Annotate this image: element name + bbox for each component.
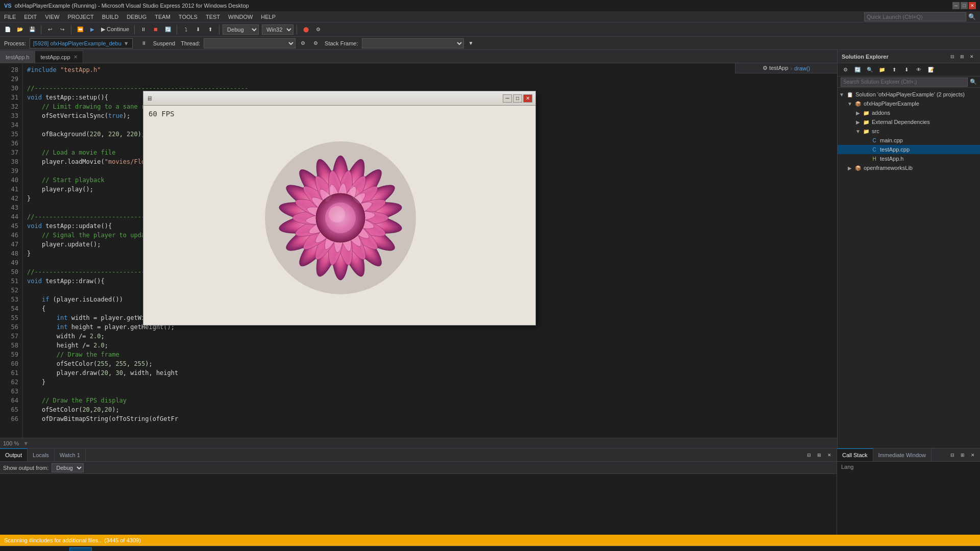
- menu-window[interactable]: WINDOW: [224, 11, 257, 22]
- src-icon: 📁: [862, 127, 870, 135]
- popup-close-btn[interactable]: ✕: [523, 94, 532, 103]
- bottom-dock-btn[interactable]: ⊞: [815, 452, 823, 459]
- taskbar-firefox[interactable]: [47, 547, 69, 552]
- menu-view[interactable]: VIEW: [41, 11, 63, 22]
- tab-testapp-cpp-close[interactable]: ✕: [74, 54, 78, 60]
- toolbar-undo[interactable]: ↩: [44, 24, 56, 35]
- taskbar-vs[interactable]: VS: [69, 547, 92, 552]
- menu-file[interactable]: FILE: [0, 11, 20, 22]
- taskbar-git[interactable]: G: [92, 547, 114, 552]
- toolbar-pause[interactable]: ⏸: [138, 24, 149, 35]
- bottom-float-btn[interactable]: ⊟: [805, 452, 813, 459]
- popup-max-btn[interactable]: □: [513, 94, 522, 103]
- tab-testapp-h[interactable]: testApp.h: [0, 51, 35, 63]
- toolbar-restart[interactable]: 🔄: [162, 24, 174, 35]
- tab-call-stack[interactable]: Call Stack: [837, 448, 873, 461]
- toolbar-step-out[interactable]: ⬆: [205, 24, 216, 35]
- tree-project-label: ofxHapPlayerExample: [864, 101, 919, 107]
- se-search-input[interactable]: [841, 78, 968, 87]
- menu-build[interactable]: BUILD: [98, 11, 122, 22]
- toolbar-redo[interactable]: ↪: [57, 24, 68, 35]
- output-source-dropdown[interactable]: Debug: [52, 463, 84, 472]
- toolbar-more[interactable]: ⚙: [312, 24, 324, 35]
- toolbar-new[interactable]: 📄: [2, 24, 13, 35]
- output-content: [0, 474, 837, 478]
- tree-testapp-h[interactable]: H testApp.h: [838, 154, 980, 163]
- toolbar-sep-4: [177, 25, 177, 34]
- cs-close-btn[interactable]: ✕: [969, 452, 977, 459]
- se-show-all[interactable]: 📁: [876, 64, 888, 76]
- thread-btn2[interactable]: ⚙: [310, 38, 321, 49]
- se-filter[interactable]: 🔍: [864, 64, 875, 76]
- tab-output[interactable]: Output: [0, 448, 28, 461]
- bottom-close-btn[interactable]: ✕: [825, 452, 834, 459]
- tree-main-cpp[interactable]: C main.cpp: [838, 136, 980, 145]
- stack-arrow[interactable]: ▼: [465, 38, 477, 49]
- se-expand[interactable]: ⬇: [901, 64, 912, 76]
- taskbar-start[interactable]: ⊞: [2, 547, 24, 552]
- tree-project[interactable]: ▼ 📦 ofxHapPlayerExample: [838, 99, 980, 108]
- se-prop[interactable]: ⚙: [840, 64, 851, 76]
- thread-btn[interactable]: ⚙: [297, 38, 308, 49]
- tree-testapp-cpp[interactable]: C testApp.cpp: [838, 145, 980, 154]
- stack-frame-dropdown[interactable]: [362, 38, 464, 48]
- menu-project[interactable]: PROJECT: [63, 11, 97, 22]
- taskbar-app1[interactable]: [114, 547, 137, 552]
- flower-display: [232, 118, 447, 312]
- tree-testapp-h-label: testApp.h: [880, 156, 903, 162]
- tree-addons[interactable]: ▶ 📁 addons: [838, 108, 980, 117]
- se-dock[interactable]: ⊞: [958, 53, 966, 60]
- menu-test[interactable]: TEST: [202, 11, 224, 22]
- config-dropdown[interactable]: Debug Release: [223, 24, 259, 35]
- fps-display: 60 FPS: [149, 110, 175, 118]
- se-refresh[interactable]: 🔄: [852, 64, 863, 76]
- toolbar-step-into[interactable]: ⬇: [192, 24, 204, 35]
- tab-immediate[interactable]: Immediate Window: [873, 448, 932, 461]
- se-view[interactable]: 👁: [913, 64, 924, 76]
- code-line-59: // Draw the frame: [27, 350, 837, 359]
- se-close[interactable]: ✕: [968, 53, 976, 60]
- tree-oflib[interactable]: ▶ 📦 openframeworksLib: [838, 163, 980, 172]
- tree-testapp-cpp-label: testApp.cpp: [880, 146, 910, 153]
- cs-float-btn[interactable]: ⊟: [948, 452, 957, 459]
- taskbar-app2[interactable]: 📺: [137, 547, 159, 552]
- title-close-button[interactable]: ✕: [969, 2, 976, 9]
- toolbar-step-back[interactable]: ⏪: [75, 24, 86, 35]
- tree-root[interactable]: ▼ 📋 Solution 'ofxHapPlayerExample' (2 pr…: [838, 90, 980, 99]
- toolbar: 📄 📂 💾 ↩ ↪ ⏪ ▶ ▶ Continue ⏸ ⏹ 🔄 ⤵ ⬇ ⬆ Deb…: [0, 22, 980, 37]
- quick-launch-input[interactable]: [864, 12, 966, 21]
- code-line-66: ofDrawBitmapString(ofToString(ofGetFr: [27, 414, 837, 423]
- toolbar-continue[interactable]: ▶: [87, 24, 98, 35]
- popup-min-btn[interactable]: ─: [503, 94, 512, 103]
- toolbar-save[interactable]: 💾: [27, 24, 38, 35]
- tree-src[interactable]: ▼ 📁 src: [838, 127, 980, 136]
- se-title-bar: Solution Explorer ⊟ ⊞ ✕: [838, 50, 980, 63]
- platform-dropdown[interactable]: Win32: [262, 24, 293, 35]
- suspend-btn[interactable]: ⏸: [138, 38, 150, 49]
- cs-dock-btn[interactable]: ⊞: [959, 452, 967, 459]
- taskbar: ⊞ VS G 📺 ▲ 🔊 📶 15:53 24/05/2014: [0, 546, 980, 551]
- menu-help[interactable]: HELP: [257, 11, 280, 22]
- toolbar-stop[interactable]: ⏹: [150, 24, 161, 35]
- se-source[interactable]: 📝: [925, 64, 937, 76]
- menu-edit[interactable]: EDIT: [20, 11, 41, 22]
- tab-testapp-cpp[interactable]: testApp.cpp ✕: [35, 51, 83, 63]
- menu-team[interactable]: TEAM: [151, 11, 175, 22]
- se-collapse[interactable]: ⬆: [889, 64, 900, 76]
- title-minimize-button[interactable]: ─: [952, 2, 960, 9]
- menu-tools[interactable]: TOOLS: [175, 11, 202, 22]
- tree-addons-label: addons: [872, 110, 890, 116]
- title-maximize-button[interactable]: □: [961, 2, 968, 9]
- tree-ext-deps[interactable]: ▶ 📁 External Dependencies: [838, 117, 980, 127]
- toolbar-step-over[interactable]: ⤵: [180, 24, 191, 35]
- flower-svg: [242, 123, 436, 307]
- tab-watch1[interactable]: Watch 1: [55, 448, 86, 461]
- taskbar-explorer[interactable]: [24, 547, 47, 552]
- toolbar-sep-1: [41, 25, 41, 34]
- menu-debug[interactable]: DEBUG: [122, 11, 151, 22]
- se-toggle-float[interactable]: ⊟: [948, 53, 957, 60]
- tab-locals[interactable]: Locals: [28, 448, 55, 461]
- toolbar-open[interactable]: 📂: [14, 24, 26, 35]
- toolbar-breakpoint[interactable]: ⬤: [300, 24, 311, 35]
- thread-dropdown[interactable]: [204, 38, 296, 48]
